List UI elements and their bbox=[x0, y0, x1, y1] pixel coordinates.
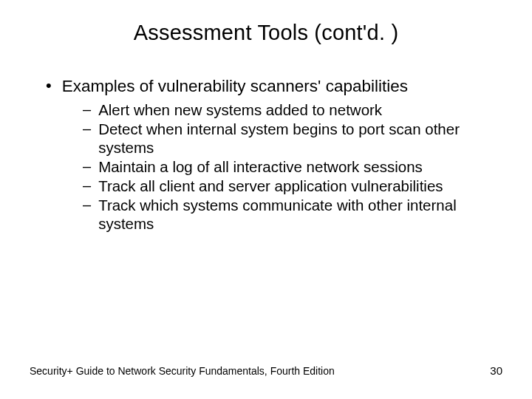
slide-container: Assessment Tools (cont'd. ) • Examples o… bbox=[0, 0, 532, 399]
dash-icon: – bbox=[83, 177, 91, 195]
dash-icon: – bbox=[83, 120, 91, 138]
bullet-marker: • bbox=[46, 76, 52, 95]
list-item: – Detect when internal system begins to … bbox=[83, 120, 502, 157]
slide-content: • Examples of vulnerability scanners' ca… bbox=[30, 76, 502, 233]
sub-bullet-text: Track which systems communicate with oth… bbox=[98, 196, 502, 233]
page-number: 30 bbox=[490, 364, 502, 377]
bullet-item: • Examples of vulnerability scanners' ca… bbox=[46, 76, 502, 96]
list-item: – Track which systems communicate with o… bbox=[83, 196, 502, 233]
list-item: – Maintain a log of all interactive netw… bbox=[83, 157, 502, 176]
sub-bullet-text: Maintain a log of all interactive networ… bbox=[98, 157, 423, 176]
sub-bullet-text: Detect when internal system begins to po… bbox=[98, 120, 502, 157]
sub-bullet-text: Alert when new systems added to network bbox=[98, 100, 382, 119]
dash-icon: – bbox=[83, 196, 91, 214]
slide-title: Assessment Tools (cont'd. ) bbox=[30, 21, 502, 45]
list-item: – Track all client and server applicatio… bbox=[83, 177, 502, 195]
sub-bullet-text: Track all client and server application … bbox=[98, 177, 443, 195]
list-item: – Alert when new systems added to networ… bbox=[83, 100, 502, 119]
footer-source: Security+ Guide to Network Security Fund… bbox=[30, 365, 335, 377]
dash-icon: – bbox=[83, 157, 91, 176]
dash-icon: – bbox=[83, 100, 91, 119]
slide-footer: Security+ Guide to Network Security Fund… bbox=[30, 364, 502, 377]
sub-bullet-list: – Alert when new systems added to networ… bbox=[46, 100, 502, 233]
bullet-text: Examples of vulnerability scanners' capa… bbox=[62, 76, 408, 96]
